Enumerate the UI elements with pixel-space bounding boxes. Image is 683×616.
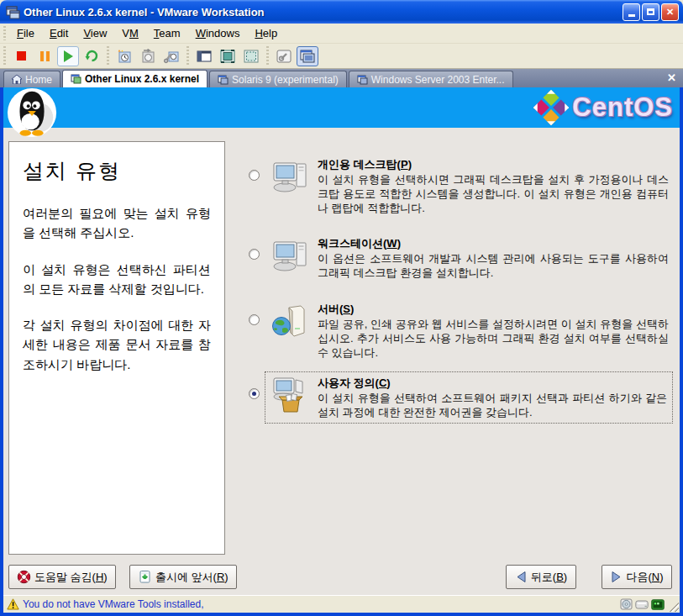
network-adapter-icon[interactable]	[651, 599, 665, 610]
quick-switch-button[interactable]	[240, 46, 262, 66]
snapshot-manager-button[interactable]	[160, 46, 182, 66]
summary-view-button[interactable]	[273, 46, 295, 66]
reset-button[interactable]	[81, 46, 102, 66]
suspend-button[interactable]	[34, 46, 55, 66]
window-title: Other Linux 2.6.x kernel - VMware Workst…	[24, 6, 623, 18]
back-button[interactable]: 뒤로(B)	[506, 565, 576, 589]
close-tab-icon: ✕	[667, 71, 676, 84]
quick-switch-icon	[244, 50, 259, 63]
show-sidebar-button[interactable]	[193, 46, 215, 66]
arrow-right-icon	[610, 571, 623, 583]
toolbar	[0, 44, 683, 69]
cdrom-device-icon[interactable]	[620, 598, 633, 610]
option-description: 이 설치 유형을 선택하시면 그래픽 데스크탑을 설치 후 가정용이나 데스크탑…	[318, 172, 669, 215]
radio-workstation[interactable]	[249, 249, 260, 260]
vm-tab-icon	[71, 74, 81, 84]
window-bottom-border	[0, 613, 683, 616]
menu-file[interactable]: File	[9, 24, 42, 42]
fullscreen-icon	[220, 50, 235, 63]
option-description: 이 옵션은 소프트웨어 개발과 시스템 관리에 사용되는 도구를 사용하여 그래…	[318, 251, 669, 280]
warning-triangle-icon	[7, 598, 19, 610]
tab-other-linux[interactable]: Other Linux 2.6.x kernel	[62, 70, 208, 87]
maximize-button[interactable]	[642, 3, 659, 21]
menu-help[interactable]: Help	[247, 24, 285, 42]
menu-vm[interactable]: VM	[114, 24, 146, 42]
vm-tab-icon	[357, 75, 368, 85]
toolbar-grip-1[interactable]	[2, 46, 8, 66]
maximize-icon	[647, 8, 654, 15]
vm-tab-icon	[218, 75, 229, 85]
power-on-button[interactable]	[57, 46, 79, 66]
menubar-grip[interactable]	[2, 26, 8, 40]
full-screen-button[interactable]	[217, 46, 239, 66]
tux-penguin-logo	[7, 87, 59, 140]
stop-icon	[17, 51, 26, 61]
minimize-button[interactable]	[623, 3, 640, 21]
revert-snapshot-icon	[140, 49, 155, 64]
centos-wordmark: CentOS	[572, 92, 673, 123]
tabbar-close-button[interactable]: ✕	[667, 71, 676, 84]
menu-team[interactable]: Team	[146, 24, 188, 42]
page-title: 설치 유형	[23, 157, 211, 185]
vm-tab-bar: Home Other Linux 2.6.x kernel Solaris 9 …	[0, 69, 683, 87]
status-bar: You do not have VMware Tools installed,	[3, 595, 680, 613]
option-description: 이 설치 유형을 선택하여 소프트웨어 패키지 선택과 파티션 하기와 같은 설…	[318, 391, 667, 419]
toolbar-grip-3[interactable]	[185, 46, 191, 66]
option-personal-desktop[interactable]: 개인용 데스크탑(P) 이 설치 유형을 선택하시면 그래픽 데스크탑을 설치 …	[242, 153, 675, 219]
option-title: 서버(S)	[318, 302, 669, 317]
tab-solaris[interactable]: Solaris 9 (experimental)	[209, 71, 347, 87]
window-titlebar[interactable]: Other Linux 2.6.x kernel - VMware Workst…	[0, 0, 683, 24]
play-icon	[64, 50, 73, 62]
vm-console-screen: CentOS 설치 유형 여러분의 필요에 맞는 설치 유형을 선택해 주십시오…	[3, 87, 680, 595]
summary-view-icon	[276, 50, 292, 63]
centos-logo: CentOS	[533, 90, 673, 125]
power-off-button[interactable]	[10, 46, 32, 66]
close-icon: ✕	[666, 7, 674, 18]
option-workstation[interactable]: 워크스테이션(W) 이 옵션은 소프트웨어 개발과 시스템 관리에 사용되는 도…	[242, 232, 675, 284]
arrow-left-icon	[515, 571, 528, 583]
vmware-workstation-window: Other Linux 2.6.x kernel - VMware Workst…	[0, 0, 683, 616]
option-server[interactable]: 서버(S) 파일 공유, 인쇄 공유와 웹 서비스를 설정하시려면 이 설치 유…	[242, 297, 675, 364]
home-icon	[12, 75, 22, 84]
custom-package-box-icon	[271, 376, 311, 414]
revert-snapshot-button[interactable]	[137, 46, 159, 66]
vmware-app-icon	[6, 5, 20, 19]
menu-bar: File Edit View VM Team Windows Help	[0, 24, 683, 44]
menu-view[interactable]: View	[76, 24, 114, 42]
toolbar-grip-4[interactable]	[265, 46, 271, 66]
release-notes-icon	[138, 570, 152, 584]
release-notes-button[interactable]: 출시에 앞서(R)	[129, 565, 237, 589]
hide-help-button[interactable]: 도움말 숨김(H)	[8, 565, 116, 589]
option-title: 워크스테이션(W)	[318, 236, 669, 251]
tab-windows-server[interactable]: Windows Server 2003 Enter...	[349, 71, 513, 87]
harddisk-device-icon[interactable]	[635, 600, 649, 609]
menu-edit[interactable]: Edit	[42, 24, 76, 42]
menu-windows[interactable]: Windows	[188, 24, 248, 42]
toolbar-grip-2[interactable]	[105, 46, 111, 66]
radio-custom[interactable]	[249, 388, 260, 399]
snapshot-manager-icon	[164, 49, 179, 64]
resize-grip[interactable]	[668, 601, 679, 612]
option-title: 사용자 정의(C)	[318, 376, 667, 391]
console-view-button[interactable]	[297, 46, 318, 66]
status-message: You do not have VMware Tools installed,	[23, 598, 620, 610]
help-paragraph: 이 설치 유형은 선택하신 파티션의 모든 자료를 삭제할 것입니다.	[23, 260, 211, 299]
radio-server[interactable]	[249, 314, 260, 325]
tab-home[interactable]: Home	[3, 71, 60, 87]
sidebar-toggle-icon	[197, 50, 212, 63]
minimize-icon	[628, 14, 635, 17]
installer-help-panel: 설치 유형 여러분의 필요에 맞는 설치 유형을 선택해 주십시오. 이 설치 …	[8, 141, 225, 555]
life-ring-icon	[17, 570, 31, 584]
close-button[interactable]: ✕	[661, 3, 679, 21]
take-snapshot-button[interactable]	[113, 46, 135, 66]
help-paragraph: 여러분의 필요에 맞는 설치 유형을 선택해 주십시오.	[23, 203, 211, 243]
reset-icon	[85, 49, 99, 63]
pause-icon	[40, 51, 50, 61]
option-custom[interactable]: 사용자 정의(C) 이 설치 유형을 선택하여 소프트웨어 패키지 선택과 파티…	[242, 371, 673, 424]
radio-personal-desktop[interactable]	[249, 170, 260, 181]
snapshot-icon	[117, 49, 132, 64]
help-paragraph: 각 설치 유형의 차이점에 대한 자세한 내용은 제품 문서 자료를 참조하시기…	[23, 315, 211, 374]
desktop-computer-icon	[271, 157, 311, 196]
console-view-icon	[300, 50, 315, 63]
next-button[interactable]: 다음(N)	[602, 565, 672, 589]
